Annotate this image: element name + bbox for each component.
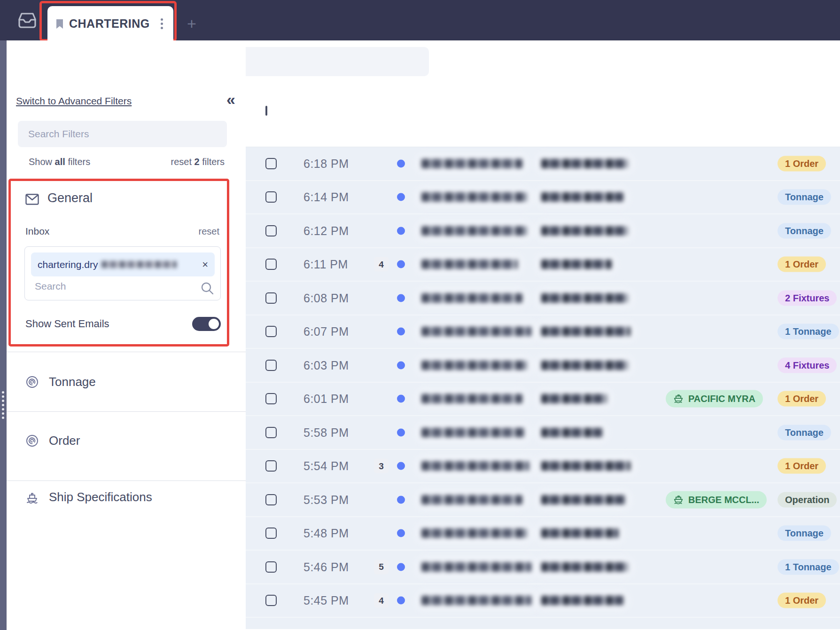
email-type-badge[interactable]: 2 Fixtures — [778, 290, 837, 306]
subject-redacted — [541, 260, 612, 269]
tab-menu-kebab-icon[interactable] — [159, 16, 165, 31]
vessel-tag[interactable]: BERGE MCCL... — [666, 491, 767, 508]
email-type-badge[interactable]: 1 Order — [778, 156, 826, 171]
row-checkbox[interactable] — [265, 360, 277, 371]
from-redacted — [421, 562, 532, 572]
spiral-icon — [26, 434, 39, 447]
section-divider — [7, 411, 246, 412]
show-sent-emails-toggle[interactable] — [192, 317, 221, 331]
drag-handle-dot — [2, 400, 4, 402]
table-row[interactable]: 6:14 PMTonnage — [246, 181, 840, 215]
section-label: Order — [49, 433, 80, 448]
show-all-filters-link[interactable]: Show all filters — [29, 157, 90, 167]
collapse-sidebar-icon[interactable]: « — [226, 90, 235, 109]
row-time: 5:54 PM — [303, 459, 349, 473]
table-row[interactable]: 5:58 PMTonnage — [246, 416, 840, 450]
subject-redacted — [541, 495, 626, 504]
email-type-badge[interactable]: 1 Order — [778, 391, 826, 407]
row-checkbox[interactable] — [265, 427, 277, 438]
table-header — [246, 90, 840, 147]
table-row[interactable]: 6:07 PM1 Tonnage — [246, 315, 840, 349]
spiral-icon — [26, 376, 39, 388]
sidebar-section-tonnage[interactable]: Tonnage — [26, 375, 96, 389]
row-checkbox[interactable] — [265, 528, 277, 539]
unread-dot-icon — [397, 193, 405, 201]
inbox-reset-link[interactable]: reset — [199, 226, 219, 237]
tab-chartering[interactable]: CHARTERING — [47, 6, 173, 41]
vessel-tag-label: BERGE MCCL... — [688, 494, 759, 505]
add-tab-button[interactable]: + — [185, 17, 199, 31]
sidebar-section-ship-specifications[interactable]: Ship Specifications — [26, 490, 152, 504]
search-icon — [201, 282, 214, 295]
general-section-title[interactable]: General — [47, 191, 93, 205]
row-checkbox[interactable] — [265, 561, 277, 573]
email-type-badge[interactable]: 1 Order — [778, 593, 826, 608]
email-type-badge[interactable]: Tonnage — [778, 189, 831, 205]
row-checkbox[interactable] — [265, 595, 277, 606]
email-type-badge[interactable]: 1 Tonnage — [778, 324, 839, 339]
select-all-checkbox[interactable] — [265, 106, 267, 116]
email-type-badge[interactable]: Tonnage — [778, 526, 831, 541]
table-row[interactable]: 5:54 PM31 Order — [246, 450, 840, 484]
table-row[interactable]: 6:11 PM41 Order — [246, 248, 840, 282]
remove-chip-icon[interactable]: × — [202, 259, 208, 271]
vessel-tag[interactable]: PACIFIC MYRA — [666, 390, 763, 408]
unread-dot-icon — [397, 361, 405, 369]
table-row[interactable]: 6:18 PM1 Order — [246, 147, 840, 181]
row-checkbox[interactable] — [265, 191, 277, 203]
subject-redacted — [541, 394, 607, 403]
search-filters-input[interactable] — [18, 121, 227, 147]
table-row[interactable]: 5:46 PM51 Tonnage — [246, 551, 840, 584]
inbox-search-input[interactable] — [35, 281, 190, 292]
row-checkbox[interactable] — [265, 393, 277, 404]
table-row[interactable]: 6:03 PM4 Fixtures — [246, 349, 840, 383]
email-type-badge[interactable]: Operation — [778, 492, 837, 507]
table-row[interactable]: 5:53 PMBERGE MCCL...Operation — [246, 483, 840, 517]
email-type-badge[interactable]: 1 Order — [778, 257, 826, 272]
table-row[interactable]: 6:12 PMTonnage — [246, 214, 840, 248]
subject-redacted — [541, 562, 628, 572]
row-checkbox[interactable] — [265, 326, 277, 337]
section-label: Ship Specifications — [49, 490, 152, 504]
table-row[interactable]: 5:48 PMTonnage — [246, 517, 840, 551]
inbox-chip[interactable]: chartering.dry × — [31, 252, 215, 276]
drag-handle-dot — [2, 412, 4, 415]
subject-redacted — [541, 361, 628, 370]
email-type-badge[interactable]: 4 Fixtures — [778, 357, 837, 373]
row-checkbox[interactable] — [265, 259, 277, 270]
row-time: 5:45 PM — [303, 594, 349, 607]
table-row[interactable]: 6:01 PMPACIFIC MYRA1 Order — [246, 383, 840, 417]
from-redacted — [421, 596, 532, 605]
inbox-tray-icon[interactable] — [17, 12, 37, 30]
general-section-highlighted: General Inbox reset chartering.dry × Sho… — [8, 179, 229, 346]
row-checkbox[interactable] — [265, 494, 277, 505]
from-redacted — [421, 461, 529, 471]
unread-dot-icon — [397, 563, 405, 571]
reset-filters-link[interactable]: reset 2 filters — [171, 157, 225, 167]
row-checkbox[interactable] — [265, 460, 277, 472]
from-redacted — [421, 394, 522, 403]
panel-resize-strip[interactable] — [0, 40, 7, 630]
email-type-badge[interactable]: Tonnage — [778, 425, 831, 440]
unread-dot-icon — [397, 529, 405, 537]
email-type-badge[interactable]: 1 Order — [778, 458, 826, 474]
unread-dot-icon — [397, 597, 405, 605]
section-label: Tonnage — [49, 375, 96, 389]
row-time: 6:14 PM — [303, 190, 349, 204]
email-type-badge[interactable]: 1 Tonnage — [778, 559, 839, 575]
row-time: 5:46 PM — [303, 560, 349, 574]
subject-redacted — [541, 327, 630, 336]
table-row[interactable]: 6:08 PM2 Fixtures — [246, 282, 840, 315]
from-redacted — [421, 159, 522, 168]
row-checkbox[interactable] — [265, 158, 277, 169]
row-checkbox[interactable] — [265, 292, 277, 304]
drag-handle-dot — [2, 417, 4, 419]
switch-advanced-filters-link[interactable]: Switch to Advanced Filters — [16, 95, 132, 107]
from-redacted — [421, 495, 522, 504]
email-type-badge[interactable]: Tonnage — [778, 223, 831, 238]
row-checkbox[interactable] — [265, 225, 277, 236]
table-row[interactable]: 5:45 PM41 Order — [246, 584, 840, 618]
inbox-filter-field[interactable]: chartering.dry × — [24, 246, 221, 300]
unread-dot-icon — [397, 260, 405, 268]
sidebar-section-order[interactable]: Order — [26, 433, 80, 448]
